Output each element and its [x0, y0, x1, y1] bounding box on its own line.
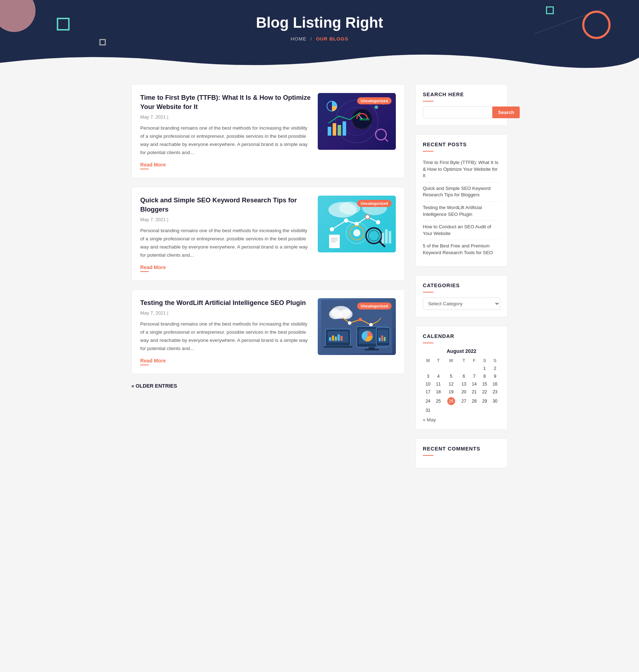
breadcrumb: HOME / OUR BLOGS [7, 36, 632, 42]
recent-comments-title: RECENT COMMENTS [423, 446, 500, 452]
calendar-title: CALENDAR [423, 333, 500, 339]
cal-day: 17 [423, 388, 433, 396]
svg-rect-33 [385, 229, 388, 244]
cal-day [459, 365, 469, 372]
cal-day [443, 406, 459, 414]
cal-day: 2 [490, 365, 500, 372]
calendar-week-row: 31 [423, 406, 500, 414]
blog-post-title[interactable]: Testing the WordLift Artificial Intellig… [140, 298, 311, 307]
cal-day: 7 [469, 372, 479, 380]
cal-day: 25 [433, 396, 443, 406]
cal-day: 9 [490, 372, 500, 380]
cal-day: 27 [459, 396, 469, 406]
sidebar: SEARCH HERE Search RECENT POSTS Time to … [415, 84, 508, 477]
read-more-underline [140, 169, 149, 169]
svg-point-26 [368, 230, 379, 241]
older-entries-link[interactable]: « OLDER ENTRIES [131, 383, 177, 389]
cal-day: 20 [459, 388, 469, 396]
cal-day: 23 [490, 388, 500, 396]
cal-day: 16 [490, 380, 500, 388]
svg-point-40 [359, 318, 362, 321]
calendar-nav: « May [423, 417, 500, 422]
cal-day [433, 365, 443, 372]
search-title-underline [423, 101, 433, 102]
svg-line-10 [385, 138, 388, 141]
read-more-underline [140, 365, 149, 365]
cal-day: 4 [433, 372, 443, 380]
svg-rect-49 [324, 346, 353, 348]
cal-day: 29 [479, 396, 490, 406]
breadcrumb-separator: / [310, 36, 312, 42]
page-header: Blog Listing Right HOME / OUR BLOGS [0, 0, 639, 70]
recent-post-item[interactable]: Quick and Simple SEO Keyword Research Ti… [423, 182, 500, 202]
post-date: May 7, 2021 [140, 310, 166, 316]
svg-rect-44 [329, 337, 331, 341]
recent-post-item[interactable]: How to Conduct an SEO Audit of Your Webs… [423, 221, 500, 240]
blog-post-excerpt: Personal branding remains one of the bes… [140, 226, 311, 259]
blog-card-content: Quick and Simple SEO Keyword Research Ti… [140, 196, 311, 272]
read-more-link[interactable]: Read More [140, 162, 166, 168]
cal-day-header: W [443, 357, 459, 365]
blog-card: Testing the WordLift Artificial Intellig… [131, 289, 405, 374]
cal-day: 8 [479, 372, 490, 380]
calendar-week-row: 1 2 [423, 365, 500, 372]
cal-day: 15 [479, 380, 490, 388]
recent-post-item[interactable]: 5 of the Best Free and Premium Keyword R… [423, 240, 500, 259]
page-title: Blog Listing Right [7, 14, 632, 31]
blog-post-title[interactable]: Quick and Simple SEO Keyword Research Ti… [140, 196, 311, 214]
svg-point-12 [375, 105, 378, 109]
calendar-month: August 2022 [423, 348, 500, 354]
svg-point-24 [353, 229, 360, 236]
calendar-week-row: 10 11 12 13 14 15 16 [423, 380, 500, 388]
cal-day [459, 406, 469, 414]
blog-card-content: Time to First Byte (TTFB): What It Is & … [140, 93, 311, 169]
cal-day-header: T [459, 357, 469, 365]
blog-post-title[interactable]: Time to First Byte (TTFB): What It Is & … [140, 93, 311, 111]
breadcrumb-current: OUR BLOGS [316, 36, 348, 42]
older-entries: « OLDER ENTRIES [131, 383, 405, 389]
cal-today: 26 [447, 397, 455, 405]
blog-post-meta: May 7, 2021 | [140, 217, 311, 222]
svg-rect-34 [389, 231, 391, 244]
svg-rect-7 [338, 125, 341, 136]
recent-posts-widget: RECENT POSTS Time to First Byte (TTFB): … [415, 134, 508, 267]
svg-point-21 [376, 220, 380, 224]
cal-day: 5 [443, 372, 459, 380]
post-date: May 7, 2021 [140, 114, 166, 120]
category-select[interactable]: Select Category Uncategorized SEO Bloggi… [423, 297, 500, 310]
categories-title: CATEGORIES [423, 283, 500, 288]
cal-day: 3 [423, 372, 433, 380]
recent-posts-title: RECENT POSTS [423, 142, 500, 147]
recent-comments-widget: RECENT COMMENTS [415, 438, 508, 468]
breadcrumb-home[interactable]: HOME [291, 36, 307, 42]
read-more-underline [140, 271, 149, 272]
recent-post-item[interactable]: Time to First Byte (TTFB): What It Is & … [423, 157, 500, 182]
cal-day-header: M [423, 357, 433, 365]
read-more-link[interactable]: Read More [140, 358, 166, 364]
cal-day-header: S [490, 357, 500, 365]
svg-point-20 [365, 215, 370, 219]
calendar-week-row: 24 25 26 27 28 29 30 [423, 396, 500, 406]
search-button[interactable]: Search [492, 106, 520, 118]
post-meta-sep: | [167, 217, 168, 222]
recent-post-item[interactable]: Testing the WordLift Artificial Intellig… [423, 202, 500, 221]
cal-day: 18 [433, 388, 443, 396]
cal-day [433, 406, 443, 414]
cal-day [423, 365, 433, 372]
cal-day: 13 [459, 380, 469, 388]
cal-day: 30 [490, 396, 500, 406]
svg-rect-56 [381, 335, 383, 341]
post-badge: Uncategorized [357, 302, 392, 310]
svg-rect-58 [368, 347, 375, 349]
cal-prev-link[interactable]: « May [423, 417, 436, 422]
recent-posts-title-underline [423, 151, 433, 152]
cal-day [469, 365, 479, 372]
cal-day: 24 [423, 396, 433, 406]
read-more-link[interactable]: Read More [140, 264, 166, 270]
calendar-week-row: 17 18 19 20 21 22 23 [423, 388, 500, 396]
svg-point-17 [330, 227, 334, 231]
blog-post-excerpt: Personal branding remains one of the bes… [140, 124, 311, 157]
search-input[interactable] [423, 106, 492, 118]
cal-day: 1 [479, 365, 490, 372]
cal-day: 10 [423, 380, 433, 388]
